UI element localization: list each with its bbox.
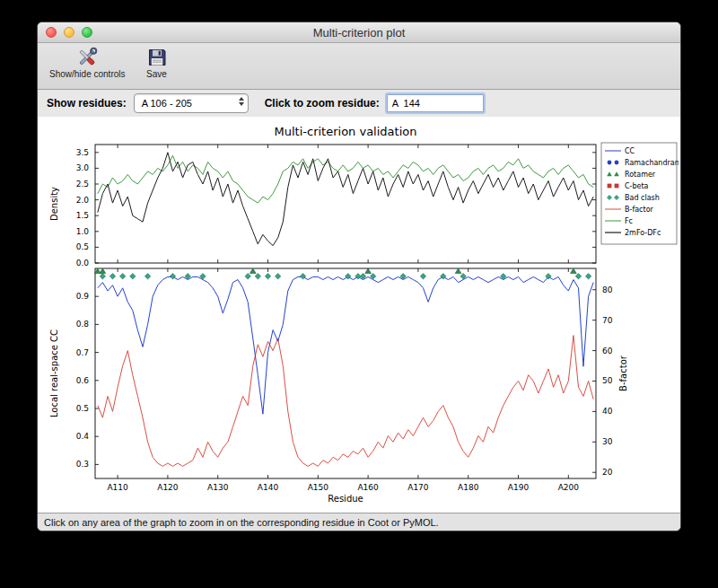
legend-label: Rotamer [625,171,656,179]
svg-text:A140: A140 [258,483,279,492]
bad-clash-marker [585,274,591,279]
app-window: Multi-criterion plot Show/hide controls [37,22,681,531]
tools-icon [75,46,99,69]
legend-label: B-factor [625,206,654,214]
svg-text:1.0: 1.0 [76,227,90,236]
svg-text:A190: A190 [508,483,530,492]
stepper-arrows-icon [239,97,244,106]
svg-text:40: 40 [602,407,613,416]
legend-label: CC [625,147,635,155]
svg-text:A180: A180 [458,483,479,492]
title-bar[interactable]: Multi-criterion plot [38,22,680,43]
minimize-button[interactable] [64,27,74,38]
zoom-residue-input[interactable] [387,94,484,112]
axis-ticks: 0.00.51.01.52.02.53.03.5A110A120A130A140… [76,145,613,492]
save-icon [145,46,169,69]
legend-label: Ramachandran [625,159,679,167]
svg-text:A130: A130 [207,483,229,492]
window-buttons [46,27,92,38]
save-button[interactable]: Save [143,46,171,79]
2mfo-dfc-line [98,153,593,246]
svg-text:A150: A150 [308,483,329,492]
svg-text:60: 60 [602,347,613,355]
rotamer-marker [570,268,576,274]
bad-clash-marker [255,274,260,279]
svg-text:1.5: 1.5 [76,211,89,220]
close-button[interactable] [46,27,57,38]
bad-clash-marker [119,274,125,279]
rotamer-marker [455,268,461,274]
svg-text:2.0: 2.0 [76,196,90,205]
svg-text:30: 30 [602,437,613,446]
cc-line [98,276,593,414]
residue-range-value: A 106 - 205 [142,98,192,109]
b-factor-line [98,336,593,467]
rotamer-marker [100,268,106,274]
bad-clash-marker [420,274,425,279]
fc-line [98,155,593,203]
bad-clash-marker [575,274,581,279]
bad-clash-marker [144,274,150,279]
legend-label: Fc [625,217,633,225]
cc-bfactor-series [98,276,593,466]
x-axis-label: Residue [328,494,363,504]
svg-text:0.5: 0.5 [76,404,89,413]
bad-clash-marker [109,274,115,279]
svg-text:0.4: 0.4 [76,432,90,441]
toolbar: Show/hide controls Save [38,43,680,90]
legend-label: Bad clash [625,194,660,202]
desktop-background: { "window": { "title": "Multi-criterion … [0,0,718,588]
svg-text:50: 50 [602,376,613,385]
window-title: Multi-criterion plot [38,26,680,39]
svg-text:0.3: 0.3 [76,460,89,469]
svg-text:0.6: 0.6 [76,376,90,385]
maximize-button[interactable] [82,27,92,38]
show-hide-controls-button[interactable]: Show/hide controls [47,46,128,79]
residue-range-select[interactable]: A 106 - 205 [134,93,249,113]
bottom-axes-frame [95,268,596,478]
svg-text:2.5: 2.5 [76,180,89,189]
rotamer-marker [250,268,256,274]
svg-text:0.5: 0.5 [76,242,89,251]
legend-label: C-beta [625,182,649,190]
svg-text:20: 20 [602,468,613,477]
bad-clash-marker [265,274,270,279]
svg-text:0.9: 0.9 [76,292,90,301]
bad-clash-marker [245,274,250,279]
svg-text:A200: A200 [558,483,580,492]
bad-clash-marker [100,274,105,279]
density-series [98,153,593,246]
svg-text:A170: A170 [407,483,429,492]
controls-row: Show residues: A 106 - 205 Click to zoom… [38,90,680,117]
status-bar: Click on any area of the graph to zoom i… [38,513,680,531]
rotamer-marker [365,268,372,274]
bad-clash-marker [275,274,280,279]
density-axis-label: Density [49,187,59,221]
save-label: Save [146,69,167,79]
svg-text:A110: A110 [107,483,128,492]
legend: CCRamachandranRotamerC-betaBad clashB-fa… [601,143,679,244]
chart-title: Multi-criterion validation [275,125,417,138]
zoom-residue-label: Click to zoom residue: [265,97,380,110]
plot-panel: Multi-criterion validation0.00.51.01.52.… [38,117,680,513]
legend-label: 2mFo-DFc [625,229,661,237]
svg-text:3.5: 3.5 [76,148,89,157]
show-residues-label: Show residues: [47,97,127,110]
svg-text:80: 80 [602,285,613,294]
svg-text:70: 70 [602,316,613,325]
cc-axis-label: Local real-space CC [49,329,59,417]
multi-criterion-plot[interactable]: Multi-criterion validation0.00.51.01.52.… [39,121,679,513]
bad-clash-marker [130,274,136,279]
svg-text:0.0: 0.0 [76,259,90,268]
status-text: Click on any area of the graph to zoom i… [44,517,439,528]
show-hide-controls-label: Show/hide controls [49,69,126,79]
bfactor-axis-label: B-factor [618,355,628,391]
svg-text:A160: A160 [357,483,379,492]
svg-text:A120: A120 [157,483,179,492]
svg-text:3.0: 3.0 [76,163,90,172]
svg-text:0.8: 0.8 [76,320,90,329]
svg-text:0.7: 0.7 [76,348,89,357]
